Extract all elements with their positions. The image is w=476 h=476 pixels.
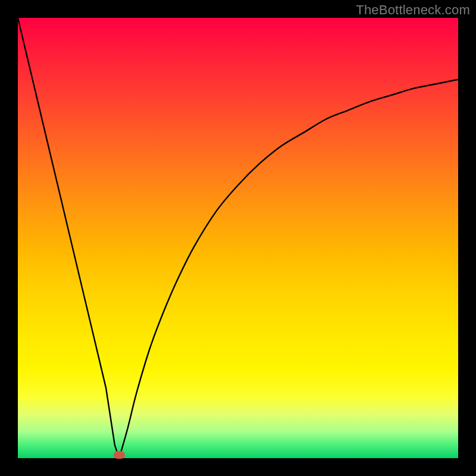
chart-frame: TheBottleneck.com [0,0,476,476]
curve-left-branch [18,18,119,458]
chart-curve-layer [18,18,458,458]
attribution-text: TheBottleneck.com [356,2,470,18]
chart-minimum-marker [114,451,125,459]
curve-right-branch [119,80,458,458]
